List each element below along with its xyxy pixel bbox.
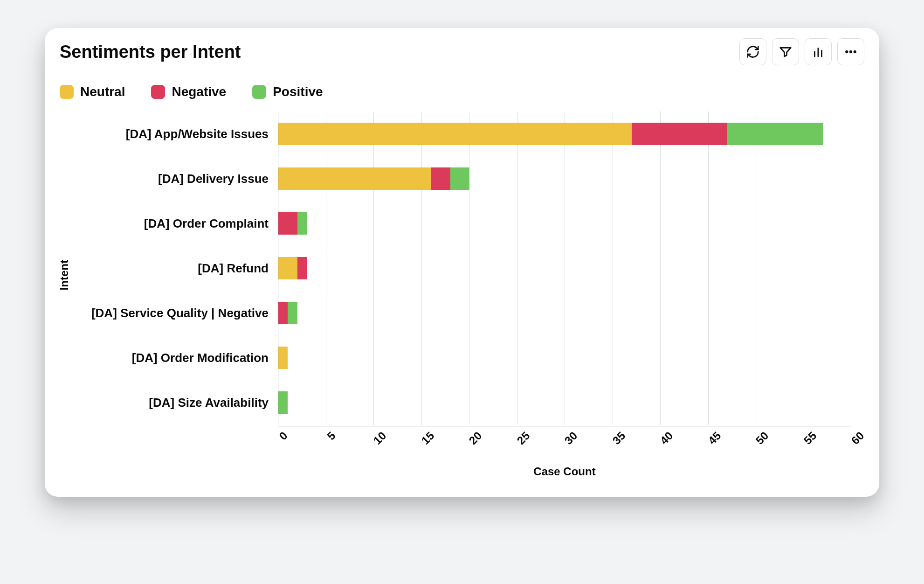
bar-segment[interactable] xyxy=(278,347,288,369)
category-label: [DA] Delivery Issue xyxy=(73,156,278,201)
svg-point-5 xyxy=(854,51,856,53)
bar-row xyxy=(278,156,851,201)
refresh-icon xyxy=(746,45,760,59)
x-tick: 40 xyxy=(657,429,676,447)
x-tick: 25 xyxy=(514,429,532,447)
toolbar xyxy=(739,38,864,65)
bar-segment[interactable] xyxy=(297,212,307,235)
bar-segment[interactable] xyxy=(278,167,431,190)
bar-segment[interactable] xyxy=(278,123,632,145)
legend-label: Positive xyxy=(273,84,323,99)
bar-row xyxy=(278,201,851,246)
category-label: [DA] Service Quality | Negative xyxy=(73,291,278,335)
page-title: Sentiments per Intent xyxy=(60,42,241,62)
x-tick: 50 xyxy=(753,429,771,447)
svg-point-3 xyxy=(846,51,848,53)
bar-chart-icon xyxy=(811,45,825,59)
stacked-bar[interactable] xyxy=(278,257,851,279)
legend-label: Neutral xyxy=(80,84,125,99)
x-tick: 30 xyxy=(562,429,580,447)
more-button[interactable] xyxy=(837,38,864,65)
x-tick: 35 xyxy=(610,429,628,447)
bar-row xyxy=(278,111,851,156)
more-icon xyxy=(844,45,858,59)
legend-item-neutral[interactable]: Neutral xyxy=(60,84,125,99)
x-tick: 45 xyxy=(705,429,724,447)
refresh-button[interactable] xyxy=(739,38,766,65)
stacked-bar[interactable] xyxy=(278,212,851,235)
category-label: [DA] Refund xyxy=(73,246,278,291)
stacked-bar[interactable] xyxy=(278,347,851,369)
bar-segment[interactable] xyxy=(632,123,727,145)
swatch-positive xyxy=(252,85,266,99)
y-axis-categories: [DA] App/Website Issues[DA] Delivery Iss… xyxy=(73,111,278,425)
bar-segment[interactable] xyxy=(431,167,450,190)
bar-row xyxy=(278,291,851,335)
bar-rows xyxy=(278,111,851,425)
legend-label: Negative xyxy=(172,84,226,99)
category-label: [DA] Order Modification xyxy=(73,335,278,380)
svg-point-4 xyxy=(850,51,852,53)
bar-segment[interactable] xyxy=(278,257,297,279)
bar-segment[interactable] xyxy=(278,212,297,235)
swatch-neutral xyxy=(60,85,74,99)
bar-row xyxy=(278,246,851,291)
bar-row xyxy=(278,335,851,380)
stacked-bar[interactable] xyxy=(278,167,851,190)
plot: [DA] App/Website Issues[DA] Delivery Iss… xyxy=(73,111,851,425)
x-tick: 0 xyxy=(276,429,290,443)
swatch-negative xyxy=(151,85,165,99)
filter-button[interactable] xyxy=(772,38,799,65)
category-label: [DA] Size Availability xyxy=(73,380,278,425)
x-tick: 10 xyxy=(371,429,389,447)
x-tick: 20 xyxy=(466,429,484,447)
card-header: Sentiments per Intent xyxy=(45,28,879,73)
bar-segment[interactable] xyxy=(450,167,469,190)
bars-region xyxy=(278,111,851,425)
x-tick: 55 xyxy=(801,429,819,447)
y-axis-label: Intent xyxy=(58,260,71,290)
chart-card: Sentiments per Intent xyxy=(45,28,879,497)
x-axis-label: Case Count xyxy=(278,465,851,478)
x-tick: 60 xyxy=(848,429,867,447)
category-label: [DA] App/Website Issues xyxy=(73,111,278,156)
stacked-bar[interactable] xyxy=(278,391,851,414)
stacked-bar[interactable] xyxy=(278,302,851,324)
bar-segment[interactable] xyxy=(278,391,288,414)
legend-item-negative[interactable]: Negative xyxy=(151,84,226,99)
x-tick: 15 xyxy=(419,429,437,447)
bar-row xyxy=(278,380,851,425)
x-axis: 051015202530354045505560 xyxy=(278,426,851,456)
chart-area: Intent [DA] App/Website Issues[DA] Deliv… xyxy=(45,102,879,497)
bar-segment[interactable] xyxy=(288,302,297,324)
chart-type-button[interactable] xyxy=(805,38,832,65)
filter-icon xyxy=(779,45,793,59)
bar-segment[interactable] xyxy=(297,257,307,279)
stacked-bar[interactable] xyxy=(278,123,851,145)
bar-segment[interactable] xyxy=(727,123,823,145)
legend: Neutral Negative Positive xyxy=(45,73,879,102)
x-tick: 5 xyxy=(324,429,338,443)
category-label: [DA] Order Complaint xyxy=(73,201,278,246)
bar-segment[interactable] xyxy=(278,302,288,324)
legend-item-positive[interactable]: Positive xyxy=(252,84,323,99)
